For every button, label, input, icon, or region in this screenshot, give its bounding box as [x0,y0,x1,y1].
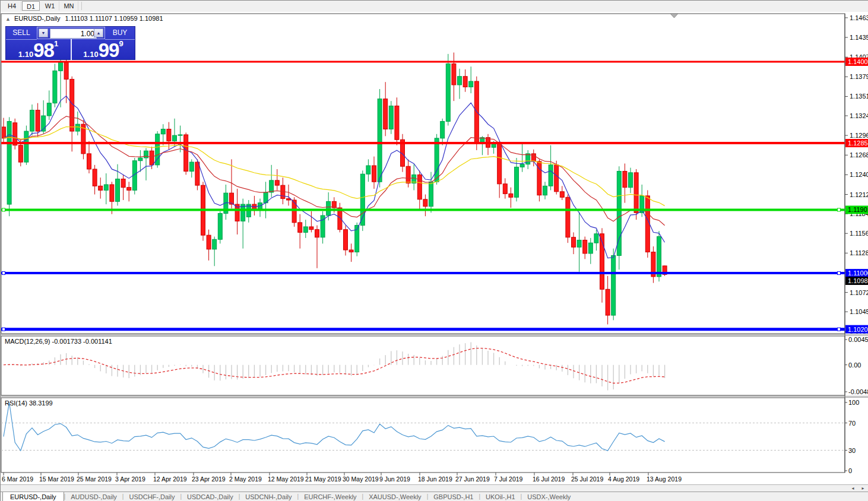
svg-text:0.00: 0.00 [848,362,861,369]
svg-text:1.14355: 1.14355 [850,34,868,41]
svg-text:30: 30 [848,447,856,454]
svg-text:1.14009: 1.14009 [848,58,868,65]
svg-text:1.11285: 1.11285 [850,249,868,256]
sell-price-pip: 1 [54,39,58,48]
svg-text:18 Jun 2019: 18 Jun 2019 [418,475,452,483]
svg-text:25 Jul 2019: 25 Jul 2019 [571,475,603,483]
tab-audusd-daily[interactable]: AUDUSD-,Daily [65,492,122,501]
tab-eurchf-weekly[interactable]: EURCHF-,Weekly [299,492,362,501]
svg-text:21 May 2019: 21 May 2019 [305,475,341,483]
sell-button[interactable]: SELL [6,27,37,40]
svg-text:1.12851: 1.12851 [848,139,868,147]
volume-decrease-icon[interactable]: ▼ [39,28,48,37]
chart-ohlc-values: 1.11103 1.11107 1.10959 1.10981 [65,15,163,22]
svg-text:1.11565: 1.11565 [850,230,868,237]
tab-eurusd-daily[interactable]: EURUSD-,Daily [2,492,64,501]
timeframe-button-mn[interactable]: MN [60,1,78,11]
svg-text:70: 70 [848,420,856,427]
tab-usdcad-daily[interactable]: USDCAD-,Daily [182,492,239,501]
svg-text:30 May 2019: 30 May 2019 [343,475,379,483]
svg-text:12 May 2019: 12 May 2019 [268,475,304,483]
collapse-arrow-icon[interactable]: ▲ [5,16,11,22]
svg-text:27 Jun 2019: 27 Jun 2019 [455,475,490,483]
svg-text:9 Jun 2019: 9 Jun 2019 [379,475,410,483]
svg-text:7 Jul 2019: 7 Jul 2019 [494,475,523,483]
svg-text:23 Apr 2019: 23 Apr 2019 [192,475,226,483]
svg-text:2 May 2019: 2 May 2019 [229,475,262,483]
rsi-indicator-label: RSI(14) 38.3199 [5,399,53,407]
chart-title: ▲EURUSD-,Daily1.11103 1.11107 1.10959 1.… [5,15,163,23]
svg-text:4 Aug 2019: 4 Aug 2019 [608,475,639,483]
chart-symbol-label: EURUSD-,Daily [14,15,61,22]
svg-text:0: 0 [848,467,852,474]
timeframe-toolbar: H4 D1 W1 MN [1,1,868,12]
svg-text:1.13240: 1.13240 [850,112,868,119]
sell-price-big: 98 [33,39,54,61]
timeframe-button-d1[interactable]: D1 [22,1,40,11]
svg-text:100: 100 [848,399,859,406]
timeframe-button-w1[interactable]: W1 [41,1,59,11]
buy-price-big: 99 [99,39,119,61]
tab-usdcnh-daily[interactable]: USDCNH-,Daily [240,492,297,501]
svg-text:13 Aug 2019: 13 Aug 2019 [647,475,682,483]
buy-button[interactable]: BUY [105,27,135,40]
tab-list: EURUSD-,Daily|AUDUSD-,Daily|USDCHF-,Dail… [2,492,576,501]
volume-input[interactable] [50,28,97,39]
timeframe-button-h4[interactable]: H4 [3,1,21,11]
svg-text:1.11000: 1.11000 [848,269,868,277]
chart-canvas[interactable]: 1.146351.143551.140751.137951.135151.132… [1,12,868,484]
tab-usdchf-daily[interactable]: USDCHF-,Daily [123,492,180,501]
svg-text:12 Apr 2019: 12 Apr 2019 [153,475,187,483]
svg-text:25 Mar 2019: 25 Mar 2019 [77,475,112,483]
svg-text:1.14635: 1.14635 [850,14,868,21]
svg-text:1.13795: 1.13795 [850,73,868,80]
volume-control: ▼ ▲ [37,27,105,39]
svg-text:-0.004806: -0.004806 [848,388,868,395]
svg-text:1.12120: 1.12120 [850,191,868,198]
svg-text:0.004517: 0.004517 [848,336,868,343]
svg-text:15 Mar 2019: 15 Mar 2019 [39,475,74,483]
svg-text:1.12400: 1.12400 [850,171,868,178]
buy-price-prefix: 1.10 [83,50,98,59]
buy-price-pip: 9 [119,39,123,48]
tab-ukoil-h1[interactable]: UKOil-,H1 [480,492,521,501]
chart-tab-bar: EURUSD-,Daily|AUDUSD-,Daily|USDCHF-,Dail… [1,492,868,501]
svg-text:1.10981: 1.10981 [848,277,868,284]
scroll-right-icon[interactable]: ▸ [859,486,867,492]
svg-text:1.10725: 1.10725 [850,289,868,296]
svg-text:1.13515: 1.13515 [850,93,868,100]
toolbar-divider [81,2,82,10]
one-click-trading-panel: SELL ▼ ▲ BUY 1.10981 1.10999 [5,26,135,60]
sell-price-prefix: 1.10 [18,50,33,59]
tab-gbpusd-h1[interactable]: GBPUSD-,H1 [428,492,479,501]
sell-price-panel[interactable]: 1.10981 [6,39,72,60]
svg-text:1.12680: 1.12680 [850,151,868,158]
svg-text:6 Mar 2019: 6 Mar 2019 [2,475,33,483]
buy-price-panel[interactable]: 1.10999 [72,39,135,60]
svg-text:3 Apr 2019: 3 Apr 2019 [115,475,145,483]
macd-indicator-label: MACD(12,26,9) -0.001733 -0.001141 [5,338,112,345]
svg-text:1.10450: 1.10450 [850,308,868,315]
svg-text:1.12960: 1.12960 [850,132,868,139]
scroll-left-icon[interactable]: ◂ [848,486,857,492]
tab-xauusd-weekly[interactable]: XAUUSD-,Weekly [363,492,426,501]
application-window: H4 D1 W1 MN ▲EURUSD-,Daily1.11103 1.1110… [0,0,868,501]
svg-text:16 Jul 2019: 16 Jul 2019 [533,475,565,483]
svg-text:1.10201: 1.10201 [848,326,868,333]
svg-text:1.11901: 1.11901 [848,206,868,213]
volume-increase-icon[interactable]: ▲ [94,28,103,37]
tab-usdx-weekly[interactable]: USDX-,Weekly [522,492,576,501]
